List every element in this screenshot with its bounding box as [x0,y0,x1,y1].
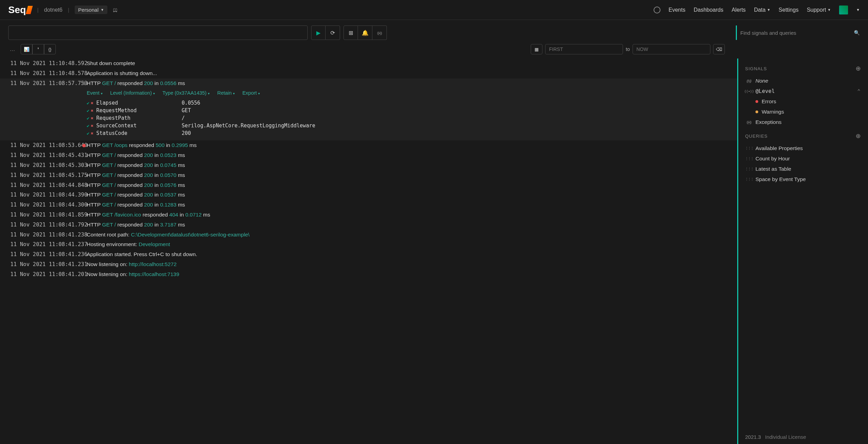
property-key[interactable]: RequestMethod [96,107,179,114]
stream-button[interactable] [372,25,387,40]
user-menu-chevron-icon[interactable]: ▼ [856,8,860,12]
detail-menu-export[interactable]: Export ▾ [242,90,260,96]
property-value[interactable]: / [182,115,185,121]
detail-menu-type[interactable]: Type (0x37AA1435) ▾ [162,90,210,96]
time-to-input[interactable] [633,44,710,54]
event-row[interactable]: 11 Nov 2021 11:08:53.640HTTP GET /oops r… [0,140,737,150]
property-key[interactable]: StatusCode [96,130,179,136]
property-key[interactable]: Elapsed [96,100,179,106]
event-row[interactable]: 11 Nov 2021 11:08:41.859HTTP GET /favico… [0,210,737,220]
property-value[interactable]: 200 [182,130,191,136]
sql-preview: … [8,46,17,52]
property-value[interactable]: 0.0556 [182,100,200,106]
add-signal-button[interactable]: ⊕ [856,65,861,72]
event-message: Content root path: C:\Development\datalu… [87,231,250,239]
time-from-input[interactable] [545,44,623,54]
braces-button[interactable]: {} [44,44,56,54]
event-marker [81,69,87,78]
event-marker [81,79,87,88]
signal-none[interactable]: None [745,76,861,86]
alerts-button[interactable]: 🔔 [358,25,372,40]
nav-settings[interactable]: Settings [779,7,798,13]
license-label[interactable]: Individual License [765,434,806,440]
include-icon[interactable]: ✔ [87,131,89,136]
event-message: Now listening on: http://localhost:5272 [87,260,177,269]
event-marker [81,161,87,170]
event-row[interactable]: 11 Nov 2021 11:08:45.431HTTP GET / respo… [0,150,737,160]
grid-icon [746,177,752,182]
property-key[interactable]: RequestPath [96,115,179,121]
nav-dashboards[interactable]: Dashboards [694,7,723,13]
detail-menu-retain[interactable]: Retain ▾ [217,90,235,96]
exclude-icon[interactable]: ✖ [91,131,94,136]
event-timestamp: 11 Nov 2021 11:08:44.390 [10,191,81,199]
event-row[interactable]: 11 Nov 2021 11:08:41.231Now listening on… [0,260,737,269]
event-row[interactable]: 11 Nov 2021 11:08:45.303HTTP GET / respo… [0,160,737,170]
add-query-button[interactable]: ⊕ [856,132,861,140]
event-timestamp: 11 Nov 2021 11:08:44.848 [10,181,81,190]
theme-toggle-icon[interactable] [654,7,660,13]
event-row[interactable]: 11 Nov 2021 11:08:41.236Application star… [0,250,737,260]
property-key[interactable]: SourceContext [96,123,179,129]
query-item[interactable]: Count by Hour [745,154,861,164]
nav-alerts[interactable]: Alerts [732,7,746,13]
breadcrumb[interactable]: dotnet6 [44,7,62,13]
query-item[interactable]: Latest as Table [745,164,861,174]
detail-menu-level[interactable]: Level (Information) ▾ [110,90,155,96]
event-row[interactable]: 11 Nov 2021 11:08:41.238Content root pat… [0,230,737,240]
signals-search-input[interactable] [740,25,850,40]
add-to-dashboard-button[interactable]: ⊞ [343,25,358,40]
query-input[interactable] [8,25,308,40]
property-value[interactable]: GET [182,107,191,114]
include-icon[interactable]: ✔ [87,116,89,121]
event-marker [81,211,87,219]
avatar[interactable] [839,6,848,14]
event-timestamp: 11 Nov 2021 11:08:41.859 [10,211,81,219]
include-icon[interactable]: ✔ [87,108,89,113]
query-item[interactable]: Space by Event Type [745,174,861,184]
nav-events[interactable]: Events [669,7,686,13]
version-label[interactable]: 2021.3 [745,434,761,440]
property-value[interactable]: Serilog.AspNetCore.RequestLoggingMiddlew… [182,123,315,129]
include-icon[interactable]: ✔ [87,101,89,106]
status-dot-icon [82,144,86,147]
chart-button[interactable]: 📊 [21,44,32,54]
workspace-selector[interactable]: Personal ▼ [75,6,107,14]
signal-icon [746,89,752,94]
event-row[interactable]: 11 Nov 2021 11:10:48.578Application is s… [0,68,737,78]
calendar-button[interactable]: ▦ [531,44,542,54]
signal-level[interactable]: @Level ⌃ [745,86,861,96]
search-icon[interactable]: 🔍 [854,30,860,35]
include-icon[interactable]: ✔ [87,123,89,128]
quote-button[interactable]: ❜ [32,44,44,54]
run-query-button[interactable]: ▶ [311,25,326,40]
query-item[interactable]: Available Properties [745,143,861,154]
event-row[interactable]: 11 Nov 2021 11:08:41.792HTTP GET / respo… [0,220,737,230]
event-row[interactable]: 11 Nov 2021 11:08:57.753HTTP GET / respo… [0,78,737,88]
signal-errors[interactable]: Errors [745,96,861,107]
event-row[interactable]: 11 Nov 2021 11:10:48.592Shut down comple… [0,59,737,68]
event-row[interactable]: 11 Nov 2021 11:08:44.300HTTP GET / respo… [0,200,737,210]
event-timestamp: 11 Nov 2021 11:08:41.792 [10,221,81,229]
event-row[interactable]: 11 Nov 2021 11:08:44.848HTTP GET / respo… [0,180,737,190]
signal-exceptions[interactable]: Exceptions [745,117,861,127]
nav-support[interactable]: Support ▼ [807,7,831,13]
bookmark-icon[interactable]: 🕮 [113,7,118,13]
exclude-icon[interactable]: ✖ [91,108,94,113]
exclude-icon[interactable]: ✖ [91,123,94,128]
exclude-icon[interactable]: ✖ [91,116,94,121]
error-dot-icon [755,100,758,103]
detail-menu-event[interactable]: Event ▾ [87,90,103,96]
event-row[interactable]: 11 Nov 2021 11:08:41.201Now listening on… [0,269,737,279]
chevron-up-icon[interactable]: ⌃ [857,88,860,94]
event-row[interactable]: 11 Nov 2021 11:08:44.390HTTP GET / respo… [0,190,737,200]
exclude-icon[interactable]: ✖ [91,101,94,106]
event-row[interactable]: 11 Nov 2021 11:08:45.175HTTP GET / respo… [0,170,737,180]
clear-time-button[interactable]: ⌫ [713,44,725,54]
nav-data[interactable]: Data ▼ [754,7,771,13]
grid-icon [746,157,752,161]
logo[interactable]: Seq [8,4,32,15]
refresh-button[interactable]: ⟳ [326,25,340,40]
signal-warnings[interactable]: Warnings [745,107,861,117]
event-row[interactable]: 11 Nov 2021 11:08:41.237Hosting environm… [0,240,737,250]
